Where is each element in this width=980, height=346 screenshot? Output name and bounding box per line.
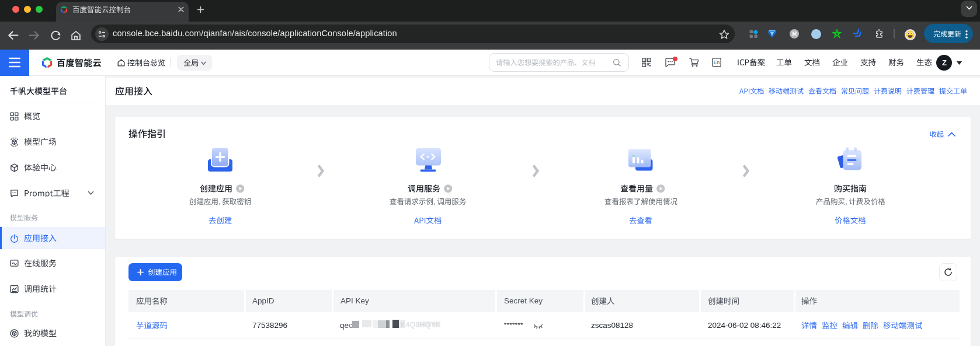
svg-text:En: En bbox=[714, 60, 720, 65]
svg-text:⌘: ⌘ bbox=[791, 31, 797, 37]
